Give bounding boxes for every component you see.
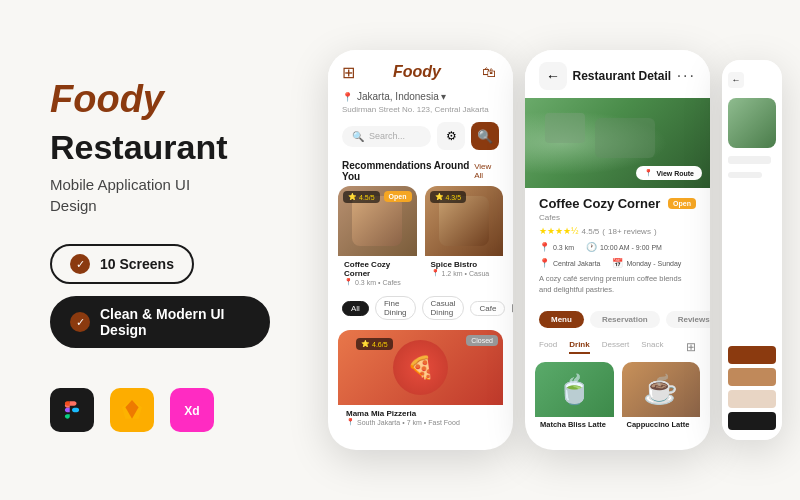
star-badge-0: ⭐ 4.5/5 <box>343 191 380 203</box>
pizza-illustration: 🍕 <box>393 340 448 395</box>
card-info-1: Spice Bistro 📍1.2 km •Casua <box>425 256 504 281</box>
view-route-text: View Route <box>656 170 694 177</box>
grid-icon: ⊞ <box>342 63 355 82</box>
area-info: 📍 Central Jakarta <box>539 258 600 268</box>
cat-casual[interactable]: Casual Dining <box>422 296 465 320</box>
pizza-name: Mama Mia Pizzeria <box>346 409 495 418</box>
search-placeholder: Search... <box>369 131 405 141</box>
pizza-star-badge: ⭐ 4.6/5 <box>356 338 393 350</box>
restaurant-name: Coffee Cozy Corner <box>539 196 660 211</box>
card-info-0: Coffee Cozy Corner 📍0.3 km •Cafes <box>338 256 417 290</box>
partial-text-2 <box>728 172 762 178</box>
design-badge: ✓ Clean & Modern UI Design <box>50 296 270 348</box>
detail-open-badge: Open <box>668 198 696 209</box>
menu-tabs: Menu Reservation Reviews <box>525 303 710 336</box>
reviews-text: 18+ reviews <box>608 227 651 236</box>
app-title: Restaurant <box>50 129 270 166</box>
cat-fine-dining[interactable]: Fine Dining <box>375 296 416 320</box>
hours-info: 🕐 10:00 AM - 9:00 PM <box>586 242 662 252</box>
view-all-link[interactable]: View All <box>474 162 499 180</box>
screens-badge-text: 10 Screens <box>100 256 174 272</box>
left-panel: Foody Restaurant Mobile Application UIDe… <box>0 0 310 500</box>
cat-cafe[interactable]: Cafe <box>470 301 505 316</box>
area-value: Central Jakarta <box>553 260 600 267</box>
app-subtitle: Mobile Application UIDesign <box>50 174 270 216</box>
food-card-1[interactable]: ☕ Cappuccino Latte <box>622 362 701 432</box>
screens-badge: ✓ 10 Screens <box>50 244 194 284</box>
matcha-info: Matcha Bliss Latte <box>535 417 614 432</box>
tab-menu[interactable]: Menu <box>539 311 584 328</box>
distance-value: 0.3 km <box>553 244 574 251</box>
phone-home: ⊞ Foody 🛍 📍 Jakarta, Indonesia ▾ Sudirma… <box>328 50 513 450</box>
restaurant-card-1[interactable]: ⭐ 4.3/5 Spice Bistro 📍1.2 km •Casua <box>425 186 504 290</box>
restaurant-cards-row: ⭐ 4.5/5 Open Coffee Cozy Corner 📍0.3 km … <box>328 186 513 290</box>
swatch-brand <box>728 346 776 364</box>
phone-home-header: ⊞ Foody 🛍 <box>328 50 513 88</box>
check-icon-screens: ✓ <box>70 254 90 274</box>
rating-number: 4.5/5 <box>582 227 600 236</box>
tab-reviews[interactable]: Reviews <box>666 311 710 328</box>
matcha-name: Matcha Bliss Latte <box>540 420 609 429</box>
search-button[interactable]: 🔍 <box>471 122 499 150</box>
restaurant-name-row: Coffee Cozy Corner Open <box>539 196 696 211</box>
days-value: Monday - Sunday <box>626 260 681 267</box>
restaurant-card-0[interactable]: ⭐ 4.5/5 Open Coffee Cozy Corner 📍0.3 km … <box>338 186 417 290</box>
food-categories: Food Drink Dessert Snack ⊞ <box>525 336 710 358</box>
card-meta-0: 📍0.3 km •Cafes <box>344 278 411 286</box>
restaurant-type: Cafes <box>539 213 696 222</box>
pizza-meta: 📍 South Jakarta • 7 km • Fast Food <box>346 418 495 426</box>
design-badge-text: Clean & Modern UI Design <box>100 306 250 338</box>
address-text: Sudirman Street No. 123, Central Jakarta <box>328 105 513 118</box>
partial-back: ← <box>728 70 776 90</box>
location-row[interactable]: 📍 Jakarta, Indonesia ▾ <box>328 88 513 105</box>
phone-partial: ← <box>722 60 782 440</box>
swatch-mid <box>728 368 776 386</box>
phones-area: ⊞ Foody 🛍 📍 Jakarta, Indonesia ▾ Sudirma… <box>310 0 800 500</box>
partial-swatches <box>728 186 776 430</box>
cat-all[interactable]: All <box>342 301 369 316</box>
closed-badge: Closed <box>466 335 498 346</box>
search-row: 🔍 Search... ⚙ 🔍 <box>328 118 513 154</box>
filter-icon[interactable]: ⚙ <box>437 122 465 150</box>
calendar-icon: 📅 <box>612 258 623 268</box>
more-options-button[interactable]: ··· <box>677 67 696 85</box>
cat-drink[interactable]: Drink <box>569 340 589 354</box>
figma-icon <box>50 388 94 432</box>
grid-view-icon[interactable]: ⊞ <box>686 340 696 354</box>
cappuccino-name: Cappuccino Latte <box>627 420 696 429</box>
more-cats-icon[interactable]: ⊞ <box>511 301 513 315</box>
stars-display: ★★★★½ <box>539 226 579 236</box>
restaurant-info: Coffee Cozy Corner Open Cafes ★★★★½ 4.5/… <box>525 188 710 303</box>
location-text: Jakarta, Indonesia ▾ <box>357 91 447 102</box>
tools-row: Xd <box>50 388 270 432</box>
detail-header: ← Restaurant Detail ··· <box>525 50 710 98</box>
info-row-2: 📍 Central Jakarta 📅 Monday - Sunday <box>539 258 696 268</box>
partial-text-1 <box>728 156 771 164</box>
stars-row: ★★★★½ 4.5/5 ( 18+ reviews ) <box>539 226 696 236</box>
cappuccino-info: Cappuccino Latte <box>622 417 701 432</box>
info-row: 📍 0.3 km 🕐 10:00 AM - 9:00 PM <box>539 242 696 252</box>
view-route-button[interactable]: 📍 View Route <box>636 166 702 180</box>
partial-back-icon: ← <box>728 72 744 88</box>
sketch-icon <box>110 388 154 432</box>
cat-food[interactable]: Food <box>539 340 557 354</box>
matcha-image: 🍵 <box>535 362 614 417</box>
svg-text:Xd: Xd <box>184 404 199 418</box>
restaurant-description: A cozy café serving premium coffee blend… <box>539 274 696 295</box>
restaurant-img-inner: 📍 View Route <box>525 98 710 188</box>
section-title: Recommendations Around You <box>342 160 474 182</box>
categories-row: All Fine Dining Casual Dining Cafe ⊞ <box>328 290 513 326</box>
search-box[interactable]: 🔍 Search... <box>342 126 431 147</box>
cat-dessert[interactable]: Dessert <box>602 340 630 354</box>
swatch-light <box>728 390 776 408</box>
swatch-dark <box>728 412 776 430</box>
food-card-0[interactable]: 🍵 Matcha Bliss Latte <box>535 362 614 432</box>
cat-snack[interactable]: Snack <box>641 340 663 354</box>
back-button[interactable]: ← <box>539 62 567 90</box>
tab-reservation[interactable]: Reservation <box>590 311 660 328</box>
pizza-info: Mama Mia Pizzeria 📍 South Jakarta • 7 km… <box>338 405 503 430</box>
clock-icon: 🕐 <box>586 242 597 252</box>
card-name-0: Coffee Cozy Corner <box>344 260 411 278</box>
reviews-count: ( <box>602 227 605 236</box>
big-card-pizza[interactable]: 🍕 ⭐ 4.6/5 Closed Mama Mia Pizzeria 📍 Sou… <box>338 330 503 430</box>
